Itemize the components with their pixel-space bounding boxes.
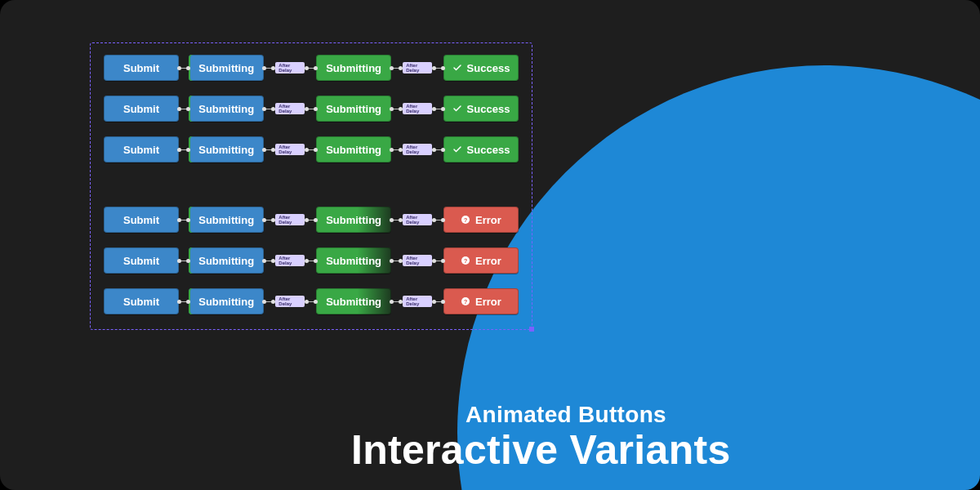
submitting-button[interactable]: Submitting bbox=[189, 96, 264, 122]
submitting-button-green[interactable]: Submitting bbox=[316, 96, 391, 122]
submitting-button-mixed[interactable]: Submitting bbox=[316, 288, 391, 314]
submit-button[interactable]: Submit bbox=[104, 247, 179, 274]
button-label: Submitting bbox=[198, 255, 254, 267]
delay-chip[interactable]: After Delay bbox=[403, 214, 432, 225]
delay-chip[interactable]: After Delay bbox=[275, 296, 305, 307]
delay-chip[interactable]: After Delay bbox=[403, 103, 432, 114]
connector bbox=[264, 68, 274, 69]
error-button[interactable]: ? Error bbox=[443, 288, 519, 314]
help-circle-icon: ? bbox=[461, 256, 470, 265]
subtitle: Animated Buttons bbox=[351, 402, 731, 428]
connector bbox=[306, 220, 316, 220]
button-label: Submitting bbox=[198, 62, 254, 74]
connector bbox=[434, 261, 443, 261]
button-label: Error bbox=[475, 214, 501, 226]
variant-row[interactable]: Submit Submitting After Delay Submitting… bbox=[104, 136, 519, 163]
button-label: Submitting bbox=[326, 214, 381, 226]
delay-chip[interactable]: After Delay bbox=[275, 255, 305, 266]
connector bbox=[264, 149, 274, 150]
connector bbox=[434, 220, 443, 220]
connector bbox=[264, 261, 274, 261]
success-button[interactable]: Success bbox=[443, 136, 519, 163]
connector bbox=[391, 68, 401, 69]
submit-button[interactable]: Submit bbox=[104, 96, 179, 122]
error-button[interactable]: ? Error bbox=[443, 207, 519, 233]
button-label: Error bbox=[475, 296, 501, 308]
button-label: Submit bbox=[123, 62, 159, 74]
error-button[interactable]: ? Error bbox=[443, 247, 519, 274]
submitting-button-green[interactable]: Submitting bbox=[316, 55, 391, 81]
submit-button[interactable]: Submit bbox=[104, 288, 179, 314]
connector bbox=[264, 109, 274, 109]
button-label: Submit bbox=[123, 296, 159, 308]
check-icon bbox=[452, 104, 462, 114]
submitting-button[interactable]: Submitting bbox=[189, 55, 264, 81]
variant-row[interactable]: Submit Submitting After Delay Submitting… bbox=[104, 55, 519, 81]
delay-chip[interactable]: After Delay bbox=[403, 144, 432, 155]
button-label: Submit bbox=[123, 255, 159, 267]
delay-chip[interactable]: After Delay bbox=[275, 62, 305, 74]
submit-button[interactable]: Submit bbox=[104, 136, 179, 163]
submitting-button[interactable]: Submitting bbox=[189, 288, 264, 314]
submit-button[interactable]: Submit bbox=[104, 207, 179, 233]
component-frame[interactable]: Submit Submitting After Delay Submitting… bbox=[90, 42, 532, 330]
button-label: Submit bbox=[123, 103, 159, 115]
button-label: Submit bbox=[123, 144, 159, 156]
button-label: Success bbox=[467, 62, 510, 74]
delay-chip[interactable]: After Delay bbox=[275, 144, 305, 155]
submitting-button-green[interactable]: Submitting bbox=[316, 136, 391, 163]
submit-button[interactable]: Submit bbox=[104, 55, 179, 81]
variant-row[interactable]: Submit Submitting After Delay Submitting… bbox=[104, 96, 519, 122]
connector bbox=[434, 149, 443, 150]
group-divider bbox=[104, 177, 519, 192]
submitting-button[interactable]: Submitting bbox=[189, 207, 264, 233]
help-circle-icon: ? bbox=[461, 215, 470, 225]
delay-chip[interactable]: After Delay bbox=[403, 255, 432, 266]
button-label: Success bbox=[467, 103, 510, 115]
button-label: Submitting bbox=[198, 214, 254, 226]
connector bbox=[264, 220, 274, 220]
connector bbox=[179, 109, 189, 109]
connector bbox=[179, 301, 189, 302]
button-label: Submit bbox=[123, 214, 159, 226]
delay-chip[interactable]: After Delay bbox=[275, 214, 305, 225]
delay-chip[interactable]: After Delay bbox=[403, 62, 432, 74]
design-canvas[interactable]: Submit Submitting After Delay Submitting… bbox=[0, 0, 980, 490]
button-label: Success bbox=[467, 144, 510, 156]
success-button[interactable]: Success bbox=[443, 55, 519, 81]
submitting-button[interactable]: Submitting bbox=[189, 247, 264, 274]
connector bbox=[179, 220, 189, 220]
variant-row[interactable]: Submit Submitting After Delay Submitting… bbox=[104, 207, 519, 233]
connector bbox=[264, 301, 274, 302]
submitting-button-mixed[interactable]: Submitting bbox=[316, 207, 391, 233]
connector bbox=[179, 149, 189, 150]
connector bbox=[306, 301, 316, 302]
button-label: Submitting bbox=[326, 296, 381, 308]
connector bbox=[306, 109, 316, 109]
check-icon bbox=[452, 145, 462, 154]
variant-row[interactable]: Submit Submitting After Delay Submitting… bbox=[104, 288, 519, 314]
connector bbox=[391, 261, 401, 261]
variant-row[interactable]: Submit Submitting After Delay Submitting… bbox=[104, 247, 519, 274]
delay-chip[interactable]: After Delay bbox=[403, 296, 432, 307]
button-label: Submitting bbox=[326, 255, 381, 267]
button-label: Submitting bbox=[198, 296, 254, 308]
submitting-button-mixed[interactable]: Submitting bbox=[316, 247, 391, 274]
delay-chip[interactable]: After Delay bbox=[275, 103, 305, 114]
connector bbox=[391, 109, 401, 109]
svg-text:?: ? bbox=[464, 257, 468, 265]
check-icon bbox=[452, 63, 462, 73]
connector bbox=[434, 68, 443, 69]
connector bbox=[179, 68, 189, 69]
title: Interactive Variants bbox=[351, 426, 731, 474]
connector bbox=[179, 261, 189, 261]
connector bbox=[391, 149, 401, 150]
connector bbox=[306, 68, 316, 69]
submitting-button[interactable]: Submitting bbox=[189, 136, 264, 163]
connector bbox=[434, 301, 443, 302]
help-circle-icon: ? bbox=[461, 296, 470, 306]
connector bbox=[306, 149, 316, 150]
success-button[interactable]: Success bbox=[443, 96, 519, 122]
variant-rows: Submit Submitting After Delay Submitting… bbox=[104, 55, 519, 314]
svg-text:?: ? bbox=[464, 298, 468, 305]
